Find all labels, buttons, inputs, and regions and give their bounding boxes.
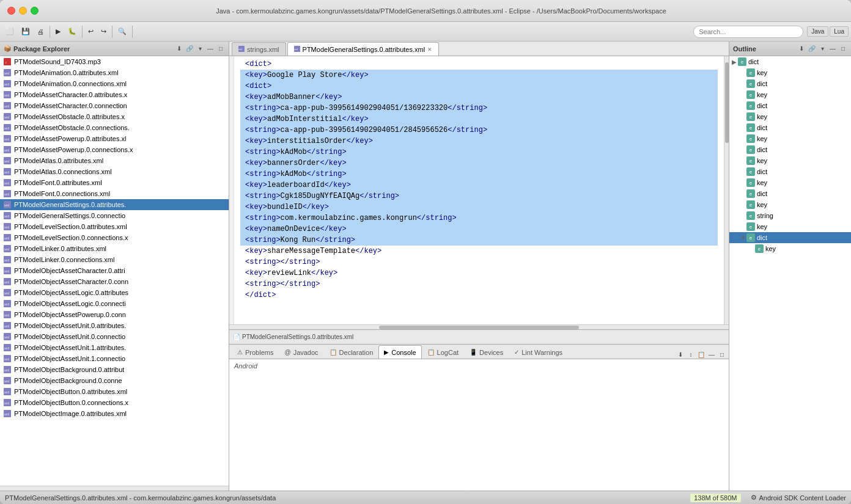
bottom-control-btn-2[interactable]: 📋 — [697, 350, 705, 359]
package-item[interactable]: xmlPTModelAssetCharacter.0.connection — [0, 100, 229, 111]
save-button[interactable]: 💾 — [18, 25, 33, 38]
outline-sync-button[interactable]: 🔗 — [808, 45, 816, 53]
outline-item-dict[interactable]: edict — [729, 100, 851, 111]
outline-maximize-button[interactable]: □ — [839, 45, 847, 53]
bottom-control-btn-0[interactable]: ⬇ — [676, 350, 685, 359]
java-lang-button[interactable]: Java — [807, 26, 828, 37]
package-item[interactable]: xmlPTModelObjectButton.0.attributes.xml — [0, 386, 229, 397]
package-item[interactable]: xmlPTModelObjectBackground.0.conne — [0, 375, 229, 386]
maximize-panel-button[interactable]: □ — [216, 45, 225, 53]
bottom-tab-lint-warnings[interactable]: ✓Lint Warnings — [509, 345, 568, 359]
tab-close-button[interactable]: ✕ — [427, 46, 432, 53]
bottom-tab-problems[interactable]: ⚠Problems — [232, 345, 279, 359]
bottom-tab-javadoc[interactable]: @Javadoc — [279, 345, 323, 359]
package-explorer-scrollbar-h[interactable] — [0, 486, 229, 491]
package-item[interactable]: xmlPTModelObjectAssetUnit.1.connectio — [0, 353, 229, 364]
outline-item-string[interactable]: estring — [729, 210, 851, 221]
outline-item-dict[interactable]: ▼edict — [729, 232, 851, 243]
package-item[interactable]: xmlPTModelAssetCharacter.0.attributes.x — [0, 89, 229, 100]
outline-item-key[interactable]: ekey — [729, 67, 851, 78]
package-item[interactable]: xmlPTModelAtlas.0.connections.xml — [0, 166, 229, 177]
outline-item-key[interactable]: ekey — [729, 221, 851, 232]
package-item[interactable]: xmlPTModelObjectAssetLogic.0.connecti — [0, 298, 229, 309]
package-item[interactable]: xmlPTModelGeneralSettings.0.attributes. — [0, 199, 229, 210]
package-item[interactable]: xmlPTModelObjectAssetCharacter.0.attri — [0, 265, 229, 276]
package-item[interactable]: xmlPTModelLinker.0.connections.xml — [0, 254, 229, 265]
collapse-all-button[interactable]: ⬇ — [175, 45, 183, 53]
outline-item-label: dict — [757, 80, 767, 87]
package-item[interactable]: xmlPTModelFont.0.attributes.xml — [0, 177, 229, 188]
package-item[interactable]: xmlPTModelLinker.0.attributes.xml — [0, 243, 229, 254]
bottom-tab-logcat[interactable]: 📋LogCat — [422, 345, 464, 359]
outline-collapse-button[interactable]: ⬇ — [797, 45, 806, 53]
package-item[interactable]: xmlPTModelObjectAssetUnit.0.attributes. — [0, 320, 229, 331]
outline-item-dict[interactable]: edict — [729, 166, 851, 177]
bottom-control-btn-3[interactable]: — — [707, 350, 716, 359]
outline-item-key[interactable]: ekey — [729, 111, 851, 122]
redo-button[interactable]: ↪ — [98, 25, 109, 38]
package-item[interactable]: xmlPTModelAnimation.0.attributes.xml — [0, 67, 229, 78]
minimize-panel-button[interactable]: — — [206, 45, 215, 53]
package-item[interactable]: xmlPTModelObjectAssetUnit.1.attributes. — [0, 342, 229, 353]
package-item[interactable]: xmlPTModelLevelSection.0.attributes.xml — [0, 221, 229, 232]
package-item[interactable]: xmlPTModelAssetPowerup.0.attributes.xl — [0, 133, 229, 144]
debug-button[interactable]: 🐛 — [65, 25, 79, 38]
package-item[interactable]: xmlPTModelAssetObstacle.0.connections. — [0, 122, 229, 133]
close-button[interactable] — [7, 7, 15, 15]
bottom-tab-declaration[interactable]: 📋Declaration — [324, 345, 379, 359]
print-button[interactable]: 🖨 — [34, 25, 47, 38]
package-item[interactable]: xmlPTModelAssetObstacle.0.attributes.x — [0, 111, 229, 122]
package-item[interactable]: xmlPTModelAssetPowerup.0.connections.x — [0, 144, 229, 155]
outline-item-key[interactable]: ekey — [729, 155, 851, 166]
minimize-button[interactable] — [19, 7, 27, 15]
package-item[interactable]: xmlPTModelAtlas.0.attributes.xml — [0, 155, 229, 166]
outline-item-dict[interactable]: edict — [729, 122, 851, 133]
new-button[interactable]: ⬜ — [2, 25, 17, 38]
package-item[interactable]: xmlPTModelFont.0.connections.xml — [0, 188, 229, 199]
search-input[interactable] — [693, 26, 803, 38]
package-item[interactable]: xmlPTModelGeneralSettings.0.connectio — [0, 210, 229, 221]
outline-menu-button[interactable]: ▾ — [818, 45, 827, 53]
package-item[interactable]: xmlPTModelObjectAssetUnit.0.connectio — [0, 331, 229, 342]
status-memory[interactable]: 138M of 580M — [690, 494, 740, 502]
outline-item-key[interactable]: ekey — [729, 133, 851, 144]
editor-scrollbar-h[interactable] — [229, 324, 729, 329]
package-item[interactable]: xmlPTModelObjectBackground.0.attribut — [0, 364, 229, 375]
editor-tab-strings-xml[interactable]: xmlstrings.xml — [232, 42, 286, 56]
package-item[interactable]: xmlPTModelLevelSection.0.connections.x — [0, 232, 229, 243]
package-item-label: PTModelObjectAssetUnit.0.attributes. — [14, 322, 126, 329]
traffic-lights[interactable] — [7, 7, 39, 15]
editor-area[interactable]: <dict> <key>Google Play Store</key> <dic… — [234, 56, 724, 324]
editor-tab-PTModelGeneralSettings-0-attributes-xml[interactable]: xmlPTModelGeneralSettings.0.attributes.x… — [287, 42, 440, 56]
outline-item-dict[interactable]: edict — [729, 78, 851, 89]
package-item[interactable]: xmlPTModelObjectAssetLogic.0.attributes — [0, 287, 229, 298]
outline-item-key[interactable]: ekey — [729, 89, 851, 100]
outline-item-dict[interactable]: ▶edict — [729, 56, 851, 67]
package-item[interactable]: xmlPTModelObjectAssetCharacter.0.conn — [0, 276, 229, 287]
outline-minimize-button[interactable]: — — [828, 45, 837, 53]
maximize-button[interactable] — [31, 7, 39, 15]
lua-lang-button[interactable]: Lua — [830, 26, 849, 37]
outline-item-key[interactable]: ekey — [729, 199, 851, 210]
package-item[interactable]: ♪PTModelSound_ID7403.mp3 — [0, 56, 229, 67]
outline-item-key[interactable]: ekey — [729, 243, 851, 254]
package-item[interactable]: xmlPTModelAnimation.0.connections.xml — [0, 78, 229, 89]
outline-item-dict[interactable]: edict — [729, 144, 851, 155]
outline-item-dict[interactable]: edict — [729, 188, 851, 199]
undo-button[interactable]: ↩ — [85, 25, 97, 38]
outline-expand-icon[interactable]: ▶ — [732, 59, 738, 65]
run-button[interactable]: ▶ — [53, 25, 64, 38]
bottom-tab-devices[interactable]: 📱Devices — [464, 345, 509, 359]
bottom-control-btn-1[interactable]: ↕ — [687, 350, 695, 359]
bottom-tab-console[interactable]: ▶Console — [378, 345, 421, 359]
bottom-control-btn-4[interactable]: □ — [718, 350, 726, 359]
outline-expand-icon[interactable]: ▼ — [740, 235, 746, 241]
package-item[interactable]: xmlPTModelObjectAssetPowerup.0.conn — [0, 309, 229, 320]
editor-scrollbar-v[interactable] — [724, 56, 729, 324]
package-item[interactable]: xmlPTModelObjectImage.0.attributes.xml — [0, 408, 229, 419]
package-item[interactable]: xmlPTModelObjectButton.0.connections.x — [0, 397, 229, 408]
outline-item-key[interactable]: ekey — [729, 177, 851, 188]
panel-menu-button[interactable]: ▾ — [196, 45, 204, 53]
link-with-editor-button[interactable]: 🔗 — [185, 45, 194, 53]
search-button[interactable]: 🔍 — [115, 25, 130, 38]
